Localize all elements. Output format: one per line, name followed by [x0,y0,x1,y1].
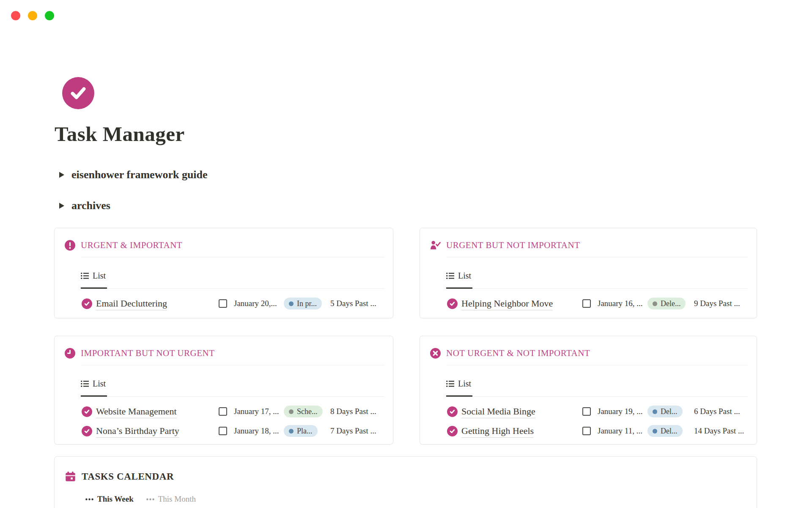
quadrant-card-not-urgent-not-important: NOT URGENT & NOT IMPORTANT List Social M… [420,336,757,444]
quadrant-header: URGENT & IMPORTANT [65,239,384,251]
toggle-label: eisenhower framework guide [71,168,208,181]
quadrant-card-important-not-urgent: IMPORTANT BUT NOT URGENT List Website Ma… [54,336,393,444]
task-link[interactable]: Email Decluttering [96,298,167,310]
days-past-due: 5 Days Past ... [330,299,384,308]
task-due-date: January 17, ... [234,407,284,416]
view-tab-strip: List [81,365,384,397]
task-due-date: January 20,... [234,299,284,308]
toggle-eisenhower-guide[interactable]: eisenhower framework guide [59,168,208,182]
task-row: Getting High Heels January 11, ... Del..… [447,421,748,441]
task-link[interactable]: Social Media Binge [461,406,535,418]
task-page-check-icon [447,298,458,309]
checkmark-icon [69,83,88,103]
status-badge[interactable]: Del... [647,425,683,437]
done-checkbox[interactable] [582,427,591,435]
clock-icon [65,348,75,359]
done-checkbox[interactable] [582,407,591,416]
done-checkbox[interactable] [219,299,227,308]
list-view-icon [81,272,89,279]
status-dot-icon [653,429,657,433]
tab-this-week[interactable]: This Week [85,494,134,504]
task-due-date: January 18, ... [234,426,284,436]
user-check-icon [430,240,441,251]
tab-label: List [93,271,106,281]
task-link[interactable]: Website Management [96,406,177,418]
view-tab-strip: List [81,257,384,289]
calendar-icon [65,471,76,483]
status-label: Sche... [297,407,318,416]
quadrant-header: IMPORTANT BUT NOT URGENT [65,347,384,359]
task-list: Social Media Binge January 19, ... Del..… [447,402,748,441]
task-page-check-icon [82,406,92,417]
eisenhower-matrix-grid: URGENT & IMPORTANT List Email Declutteri… [54,228,757,444]
status-badge[interactable]: In pr... [284,298,322,309]
done-checkbox[interactable] [582,299,591,308]
status-label: Dele... [661,299,680,308]
list-view-icon [81,380,89,387]
status-dot-icon [289,409,294,414]
quadrant-header: URGENT BUT NOT IMPORTANT [430,239,748,251]
task-row: Website Management January 17, ... Sche.… [82,402,384,421]
quadrant-title: IMPORTANT BUT NOT URGENT [81,348,215,359]
tab-list-view[interactable]: List [81,365,107,397]
quadrant-title: URGENT & IMPORTANT [81,240,182,251]
tab-list-view[interactable]: List [81,257,107,289]
task-link[interactable]: Nona’s Birthday Party [96,425,179,438]
tab-this-month[interactable]: This Month [146,494,196,504]
view-tab-strip: List [446,257,748,289]
task-due-date: January 11, ... [598,426,647,436]
chevron-right-icon [59,203,64,209]
page-check-icon[interactable] [62,77,94,109]
status-dot-icon [289,429,294,433]
status-label: Del... [661,407,678,416]
quadrant-title: URGENT BUT NOT IMPORTANT [446,240,580,251]
list-view-icon [446,380,454,387]
tab-label: This Month [158,494,196,504]
status-badge[interactable]: Del... [647,406,683,417]
status-label: In pr... [297,299,317,308]
status-badge[interactable]: Sche... [284,406,323,417]
calendar-title: TASKS CALENDAR [82,471,174,482]
tab-list-view[interactable]: List [446,257,472,289]
task-link[interactable]: Getting High Heels [461,425,534,438]
dots-view-icon [146,498,154,500]
x-circle-icon [430,348,441,359]
status-dot-icon [653,301,657,306]
task-page-check-icon [82,426,92,436]
days-past-due: 14 Days Past ... [694,426,748,436]
days-past-due: 8 Days Past ... [330,407,384,416]
status-badge[interactable]: Pla... [284,425,318,437]
toggle-archives[interactable]: archives [59,199,110,213]
close-window-button[interactable] [11,11,20,20]
status-label: Pla... [297,427,313,436]
calendar-header: TASKS CALENDAR [65,470,748,483]
task-list: Helping Neighbor Move January 16, ... De… [447,294,748,313]
quadrant-card-urgent-not-important: URGENT BUT NOT IMPORTANT List Helping Ne… [420,228,757,318]
days-past-due: 6 Days Past ... [694,407,748,416]
task-page-check-icon [447,406,458,417]
list-view-icon [446,272,454,279]
toggle-label: archives [71,199,110,212]
dots-view-icon [85,498,93,500]
done-checkbox[interactable] [219,407,227,416]
task-row: Social Media Binge January 19, ... Del..… [447,402,748,421]
tab-list-view[interactable]: List [446,365,472,397]
task-row: Email Decluttering January 20,... In pr.… [82,294,384,313]
status-label: Del... [661,427,678,436]
tab-label: This Week [97,494,134,504]
minimize-window-button[interactable] [28,11,37,20]
status-dot-icon [653,409,657,414]
task-list: Website Management January 17, ... Sche.… [82,402,384,441]
alert-circle-icon [65,240,75,251]
task-row: Helping Neighbor Move January 16, ... De… [447,294,748,313]
zoom-window-button[interactable] [45,11,54,20]
quadrant-title: NOT URGENT & NOT IMPORTANT [446,348,590,359]
tab-label: List [458,379,471,389]
status-badge[interactable]: Dele... [647,298,686,309]
status-dot-icon [289,301,294,306]
calendar-view-tabs: This Week This Month [85,494,748,504]
tasks-calendar-card: TASKS CALENDAR This Week This Month [54,456,757,508]
task-page-check-icon [82,298,92,309]
done-checkbox[interactable] [219,427,227,435]
task-link[interactable]: Helping Neighbor Move [461,298,553,310]
